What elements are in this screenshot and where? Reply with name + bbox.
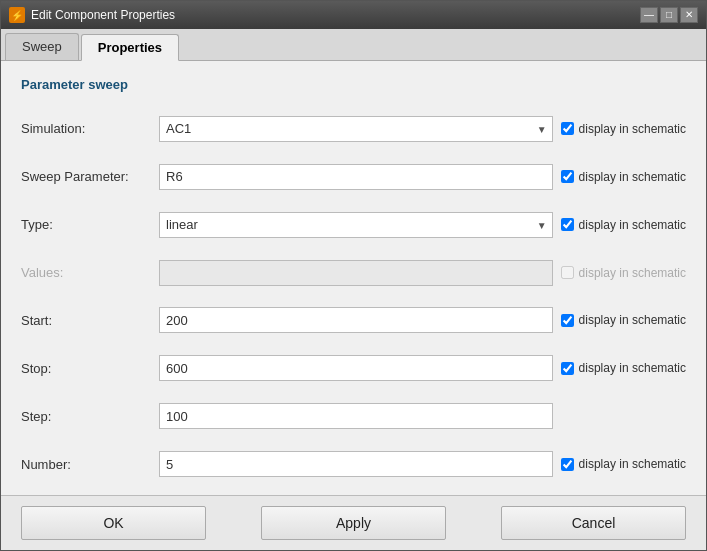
footer: OK Apply Cancel [1, 495, 706, 550]
form-grid: Simulation: AC1 ▼ display in schematic S… [21, 108, 686, 485]
number-checkbox-label: display in schematic [579, 457, 686, 471]
values-label: Values: [21, 265, 151, 280]
type-label: Type: [21, 217, 151, 232]
simulation-checkbox-group: display in schematic [561, 122, 686, 136]
stop-input[interactable] [159, 355, 553, 381]
main-window: ⚡ Edit Component Properties — □ ✕ Sweep … [0, 0, 707, 551]
type-checkbox-group: display in schematic [561, 218, 686, 232]
type-select-wrapper: linear ▼ [159, 212, 553, 238]
start-label: Start: [21, 313, 151, 328]
values-checkbox [561, 266, 574, 279]
minimize-button[interactable]: — [640, 7, 658, 23]
simulation-checkbox[interactable] [561, 122, 574, 135]
apply-button[interactable]: Apply [261, 506, 446, 540]
values-checkbox-group: display in schematic [561, 266, 686, 280]
number-checkbox[interactable] [561, 458, 574, 471]
simulation-select-wrapper: AC1 ▼ [159, 116, 553, 142]
section-title: Parameter sweep [21, 77, 686, 92]
content-area: Parameter sweep Simulation: AC1 ▼ displa… [1, 61, 706, 495]
sweep-parameter-input[interactable] [159, 164, 553, 190]
step-input[interactable] [159, 403, 553, 429]
app-icon: ⚡ [9, 7, 25, 23]
start-input[interactable] [159, 307, 553, 333]
step-label: Step: [21, 409, 151, 424]
window-title: Edit Component Properties [31, 8, 634, 22]
values-input [159, 260, 553, 286]
tabs-bar: Sweep Properties [1, 29, 706, 61]
ok-button[interactable]: OK [21, 506, 206, 540]
sweep-parameter-checkbox[interactable] [561, 170, 574, 183]
simulation-checkbox-label: display in schematic [579, 122, 686, 136]
stop-checkbox-label: display in schematic [579, 361, 686, 375]
start-checkbox-group: display in schematic [561, 313, 686, 327]
type-select[interactable]: linear [159, 212, 553, 238]
values-checkbox-label: display in schematic [579, 266, 686, 280]
close-button[interactable]: ✕ [680, 7, 698, 23]
sweep-parameter-checkbox-label: display in schematic [579, 170, 686, 184]
simulation-label: Simulation: [21, 121, 151, 136]
number-input[interactable] [159, 451, 553, 477]
sweep-parameter-checkbox-group: display in schematic [561, 170, 686, 184]
tab-sweep[interactable]: Sweep [5, 33, 79, 60]
type-checkbox-label: display in schematic [579, 218, 686, 232]
sweep-parameter-label: Sweep Parameter: [21, 169, 151, 184]
simulation-select[interactable]: AC1 [159, 116, 553, 142]
stop-label: Stop: [21, 361, 151, 376]
window-controls: — □ ✕ [640, 7, 698, 23]
stop-checkbox[interactable] [561, 362, 574, 375]
number-label: Number: [21, 457, 151, 472]
tab-properties[interactable]: Properties [81, 34, 179, 61]
number-checkbox-group: display in schematic [561, 457, 686, 471]
stop-checkbox-group: display in schematic [561, 361, 686, 375]
maximize-button[interactable]: □ [660, 7, 678, 23]
start-checkbox-label: display in schematic [579, 313, 686, 327]
type-checkbox[interactable] [561, 218, 574, 231]
start-checkbox[interactable] [561, 314, 574, 327]
cancel-button[interactable]: Cancel [501, 506, 686, 540]
title-bar: ⚡ Edit Component Properties — □ ✕ [1, 1, 706, 29]
